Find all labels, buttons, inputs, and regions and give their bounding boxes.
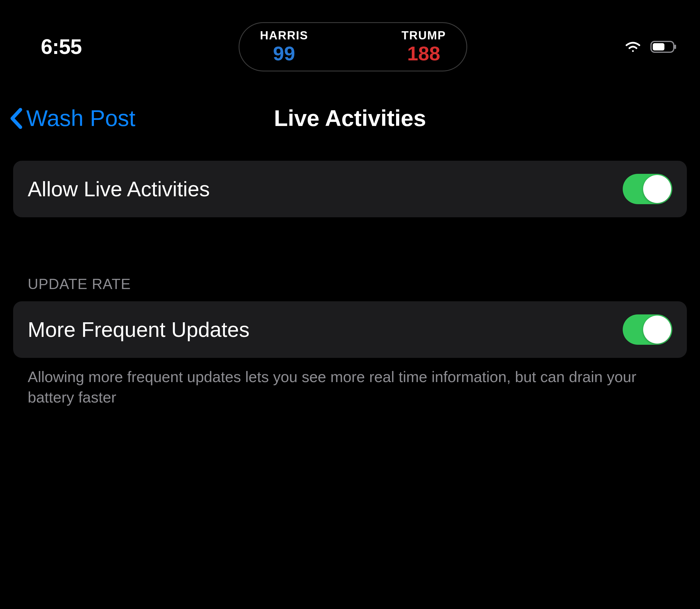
- island-left-score: 99: [273, 42, 295, 65]
- status-icons: [624, 40, 677, 53]
- dynamic-island[interactable]: HARRIS 99 TRUMP 188: [239, 22, 467, 71]
- more-frequent-updates-row[interactable]: More Frequent Updates: [13, 301, 687, 358]
- toggle-knob: [643, 316, 671, 344]
- svg-rect-1: [653, 43, 664, 50]
- page-title: Live Activities: [274, 105, 426, 132]
- island-right-score: 188: [407, 42, 440, 65]
- island-right-label: TRUMP: [402, 29, 446, 42]
- allow-live-activities-row[interactable]: Allow Live Activities: [13, 161, 687, 217]
- allow-live-activities-toggle[interactable]: [623, 174, 672, 204]
- chevron-left-icon: [9, 107, 23, 130]
- wifi-icon: [624, 40, 642, 53]
- nav-bar: Wash Post Live Activities: [0, 87, 700, 161]
- settings-section-update-rate: UPDATE RATE More Frequent Updates Allowi…: [0, 276, 700, 407]
- update-rate-footer: Allowing more frequent updates lets you …: [13, 358, 687, 407]
- svg-rect-2: [674, 45, 676, 49]
- settings-section-allow: Allow Live Activities: [0, 161, 700, 217]
- back-label: Wash Post: [26, 105, 135, 132]
- island-left-label: HARRIS: [260, 29, 308, 42]
- back-button[interactable]: Wash Post: [9, 105, 135, 132]
- status-time: 6:55: [41, 35, 82, 59]
- island-left-item: HARRIS 99: [260, 29, 308, 65]
- toggle-knob: [643, 175, 671, 203]
- more-frequent-updates-label: More Frequent Updates: [28, 318, 249, 342]
- allow-live-activities-label: Allow Live Activities: [28, 177, 210, 201]
- update-rate-header: UPDATE RATE: [13, 276, 687, 301]
- status-bar: 6:55 HARRIS 99 TRUMP 188: [0, 0, 700, 87]
- more-frequent-updates-toggle[interactable]: [623, 314, 672, 345]
- battery-icon: [650, 40, 677, 53]
- island-right-item: TRUMP 188: [402, 29, 446, 65]
